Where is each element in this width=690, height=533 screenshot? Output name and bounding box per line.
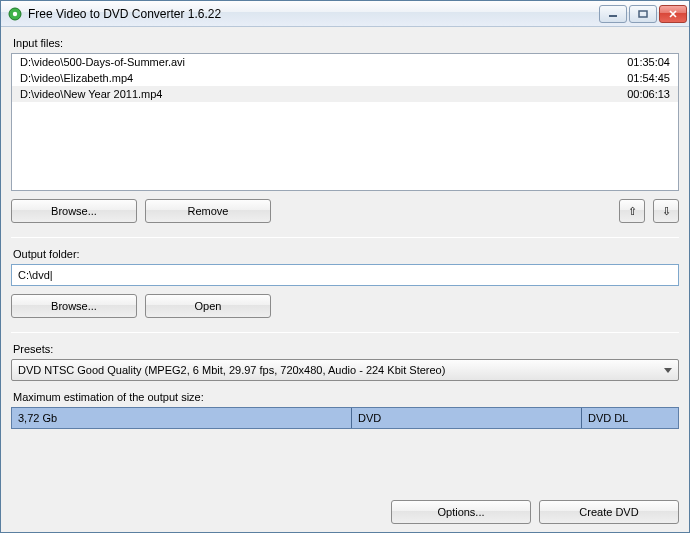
size-estimate-value: 3,72 Gb — [18, 412, 57, 424]
arrow-up-icon: ⇧ — [628, 205, 637, 218]
minimize-button[interactable] — [599, 5, 627, 23]
preset-selected-text: DVD NTSC Good Quality (MPEG2, 6 Mbit, 29… — [18, 364, 445, 376]
close-button[interactable] — [659, 5, 687, 23]
file-duration: 00:06:13 — [627, 88, 670, 100]
options-button[interactable]: Options... — [391, 500, 531, 524]
window-body: Input files: D:\video\500-Days-of-Summer… — [1, 27, 689, 532]
preset-select[interactable]: DVD NTSC Good Quality (MPEG2, 6 Mbit, 29… — [11, 359, 679, 381]
list-item[interactable]: D:\video\500-Days-of-Summer.avi 01:35:04 — [12, 54, 678, 70]
app-window: Free Video to DVD Converter 1.6.22 Input… — [0, 0, 690, 533]
size-dvddl-segment: DVD DL — [582, 408, 678, 428]
file-duration: 01:35:04 — [627, 56, 670, 68]
svg-rect-3 — [639, 11, 647, 17]
output-buttons-row: Browse... Open — [11, 294, 679, 318]
file-path: D:\video\Elizabeth.mp4 — [20, 72, 133, 84]
presets-label: Presets: — [13, 343, 679, 355]
file-duration: 01:54:45 — [627, 72, 670, 84]
create-dvd-button[interactable]: Create DVD — [539, 500, 679, 524]
browse-input-button[interactable]: Browse... — [11, 199, 137, 223]
open-folder-button[interactable]: Open — [145, 294, 271, 318]
file-path: D:\video\500-Days-of-Summer.avi — [20, 56, 185, 68]
maximize-button[interactable] — [629, 5, 657, 23]
input-files-listbox[interactable]: D:\video\500-Days-of-Summer.avi 01:35:04… — [11, 53, 679, 191]
file-path: D:\video\New Year 2011.mp4 — [20, 88, 162, 100]
titlebar: Free Video to DVD Converter 1.6.22 — [1, 1, 689, 27]
list-item[interactable]: D:\video\Elizabeth.mp4 01:54:45 — [12, 70, 678, 86]
window-title: Free Video to DVD Converter 1.6.22 — [28, 7, 599, 21]
divider — [11, 332, 679, 333]
window-controls — [599, 5, 687, 23]
input-files-label: Input files: — [13, 37, 679, 49]
output-folder-input[interactable] — [11, 264, 679, 286]
output-size-bar: 3,72 Gb DVD DVD DL — [11, 407, 679, 429]
divider — [11, 237, 679, 238]
arrow-down-icon: ⇩ — [662, 205, 671, 218]
list-item[interactable]: D:\video\New Year 2011.mp4 00:06:13 — [12, 86, 678, 102]
max-estimate-label: Maximum estimation of the output size: — [13, 391, 679, 403]
size-dvd-label: DVD — [358, 412, 381, 424]
svg-rect-2 — [609, 15, 617, 17]
output-folder-label: Output folder: — [13, 248, 679, 260]
browse-output-button[interactable]: Browse... — [11, 294, 137, 318]
size-dvddl-label: DVD DL — [588, 412, 628, 424]
size-estimate-segment: 3,72 Gb — [12, 408, 352, 428]
svg-point-1 — [13, 11, 17, 15]
app-icon — [7, 6, 23, 22]
move-up-button[interactable]: ⇧ — [619, 199, 645, 223]
remove-button[interactable]: Remove — [145, 199, 271, 223]
size-dvd-segment: DVD — [352, 408, 582, 428]
input-buttons-row: Browse... Remove ⇧ ⇩ — [11, 199, 679, 223]
move-down-button[interactable]: ⇩ — [653, 199, 679, 223]
footer-buttons: Options... Create DVD — [11, 482, 679, 524]
